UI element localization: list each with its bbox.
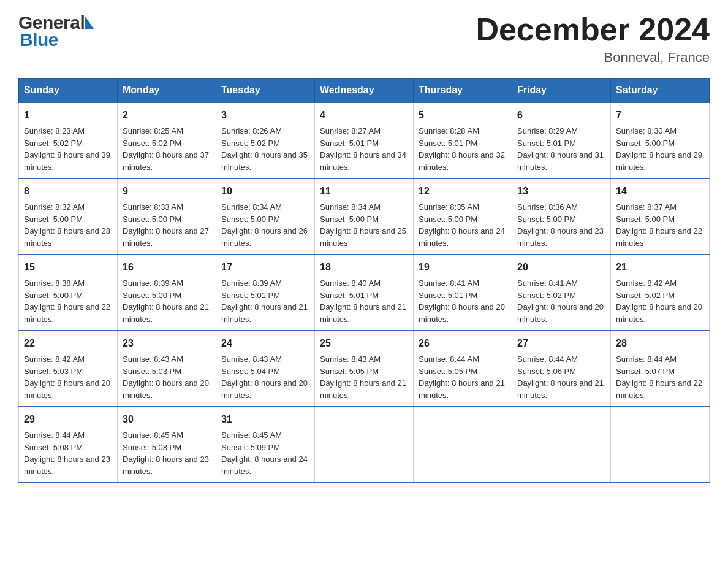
day-number: 7 <box>616 108 704 123</box>
day-number: 15 <box>24 260 112 275</box>
day-number: 30 <box>123 412 211 427</box>
day-number: 6 <box>517 108 605 123</box>
day-number: 27 <box>517 336 605 351</box>
day-number: 3 <box>221 108 309 123</box>
sunset-label: Sunset: 5:08 PM <box>24 443 83 452</box>
sunrise-label: Sunrise: 8:42 AM <box>24 354 85 364</box>
day-number: 11 <box>320 184 408 199</box>
calendar-cell: 29 Sunrise: 8:44 AM Sunset: 5:08 PM Dayl… <box>19 407 118 483</box>
calendar-week-row: 1 Sunrise: 8:23 AM Sunset: 5:02 PM Dayli… <box>19 102 710 178</box>
sunset-label: Sunset: 5:00 PM <box>24 215 83 224</box>
page-header: General Blue December 2024 Bonneval, Fra… <box>18 12 710 66</box>
sunset-label: Sunset: 5:09 PM <box>221 443 280 452</box>
day-number: 1 <box>24 108 112 123</box>
daylight-label: Daylight: 8 hours and 21 minutes. <box>320 302 406 324</box>
sunrise-label: Sunrise: 8:29 AM <box>517 126 578 136</box>
daylight-label: Daylight: 8 hours and 22 minutes. <box>24 302 110 324</box>
calendar-cell: 7 Sunrise: 8:30 AM Sunset: 5:00 PM Dayli… <box>611 102 710 178</box>
calendar-day-header: Friday <box>512 79 611 103</box>
logo-blue-text: Blue <box>20 29 94 50</box>
calendar-cell: 20 Sunrise: 8:41 AM Sunset: 5:02 PM Dayl… <box>512 255 611 331</box>
daylight-label: Daylight: 8 hours and 32 minutes. <box>419 150 505 172</box>
calendar-day-header: Tuesday <box>216 79 315 103</box>
sunrise-label: Sunrise: 8:45 AM <box>221 431 282 440</box>
sunset-label: Sunset: 5:02 PM <box>517 291 576 300</box>
calendar-cell: 27 Sunrise: 8:44 AM Sunset: 5:06 PM Dayl… <box>512 331 611 407</box>
sunset-label: Sunset: 5:01 PM <box>221 291 280 300</box>
daylight-label: Daylight: 8 hours and 20 minutes. <box>24 378 110 400</box>
sunset-label: Sunset: 5:05 PM <box>419 367 477 376</box>
sunrise-label: Sunrise: 8:43 AM <box>221 354 282 364</box>
daylight-label: Daylight: 8 hours and 20 minutes. <box>517 302 604 324</box>
logo-triangle-icon <box>85 17 94 29</box>
sunset-label: Sunset: 5:02 PM <box>24 139 83 148</box>
daylight-label: Daylight: 8 hours and 21 minutes. <box>123 302 209 324</box>
day-number: 28 <box>616 336 704 351</box>
sunrise-label: Sunrise: 8:44 AM <box>419 354 479 364</box>
sunset-label: Sunset: 5:08 PM <box>123 443 181 452</box>
calendar-cell: 21 Sunrise: 8:42 AM Sunset: 5:02 PM Dayl… <box>611 255 710 331</box>
calendar-header-row: SundayMondayTuesdayWednesdayThursdayFrid… <box>19 79 710 103</box>
day-number: 19 <box>419 260 507 275</box>
sunset-label: Sunset: 5:01 PM <box>320 139 379 148</box>
day-number: 9 <box>123 184 211 199</box>
daylight-label: Daylight: 8 hours and 27 minutes. <box>123 226 209 248</box>
calendar-cell: 8 Sunrise: 8:32 AM Sunset: 5:00 PM Dayli… <box>19 178 118 255</box>
title-block: December 2024 Bonneval, France <box>476 12 710 66</box>
day-number: 14 <box>616 184 704 199</box>
day-number: 10 <box>221 184 309 199</box>
sunset-label: Sunset: 5:00 PM <box>517 215 576 224</box>
daylight-label: Daylight: 8 hours and 23 minutes. <box>123 454 209 476</box>
daylight-label: Daylight: 8 hours and 26 minutes. <box>221 226 308 248</box>
calendar-cell: 18 Sunrise: 8:40 AM Sunset: 5:01 PM Dayl… <box>315 255 414 331</box>
sunrise-label: Sunrise: 8:41 AM <box>419 278 479 288</box>
calendar-cell: 6 Sunrise: 8:29 AM Sunset: 5:01 PM Dayli… <box>512 102 611 178</box>
day-number: 16 <box>123 260 211 275</box>
logo: General Blue <box>18 12 94 50</box>
calendar-cell: 31 Sunrise: 8:45 AM Sunset: 5:09 PM Dayl… <box>216 407 315 483</box>
day-number: 17 <box>221 260 309 275</box>
daylight-label: Daylight: 8 hours and 28 minutes. <box>24 226 110 248</box>
sunrise-label: Sunrise: 8:25 AM <box>123 126 183 136</box>
daylight-label: Daylight: 8 hours and 21 minutes. <box>419 378 505 400</box>
calendar-cell: 13 Sunrise: 8:36 AM Sunset: 5:00 PM Dayl… <box>512 178 611 255</box>
sunrise-label: Sunrise: 8:30 AM <box>616 126 677 136</box>
calendar-cell: 15 Sunrise: 8:38 AM Sunset: 5:00 PM Dayl… <box>19 255 118 331</box>
sunrise-label: Sunrise: 8:23 AM <box>24 126 85 136</box>
sunrise-label: Sunrise: 8:32 AM <box>24 202 85 212</box>
calendar-cell: 26 Sunrise: 8:44 AM Sunset: 5:05 PM Dayl… <box>414 331 512 407</box>
sunrise-label: Sunrise: 8:44 AM <box>24 431 85 440</box>
sunset-label: Sunset: 5:00 PM <box>123 291 181 300</box>
day-number: 12 <box>419 184 507 199</box>
sunrise-label: Sunrise: 8:43 AM <box>123 354 183 364</box>
calendar-cell: 4 Sunrise: 8:27 AM Sunset: 5:01 PM Dayli… <box>315 102 414 178</box>
sunset-label: Sunset: 5:01 PM <box>419 139 477 148</box>
calendar-week-row: 8 Sunrise: 8:32 AM Sunset: 5:00 PM Dayli… <box>19 178 710 255</box>
daylight-label: Daylight: 8 hours and 29 minutes. <box>616 150 702 172</box>
calendar-cell: 23 Sunrise: 8:43 AM Sunset: 5:03 PM Dayl… <box>118 331 216 407</box>
sunset-label: Sunset: 5:03 PM <box>24 367 83 376</box>
sunset-label: Sunset: 5:00 PM <box>320 215 379 224</box>
calendar-cell: 25 Sunrise: 8:43 AM Sunset: 5:05 PM Dayl… <box>315 331 414 407</box>
daylight-label: Daylight: 8 hours and 20 minutes. <box>123 378 209 400</box>
calendar-day-header: Monday <box>118 79 216 103</box>
calendar-cell: 24 Sunrise: 8:43 AM Sunset: 5:04 PM Dayl… <box>216 331 315 407</box>
day-number: 31 <box>221 412 309 427</box>
daylight-label: Daylight: 8 hours and 20 minutes. <box>221 378 308 400</box>
daylight-label: Daylight: 8 hours and 25 minutes. <box>320 226 406 248</box>
sunrise-label: Sunrise: 8:26 AM <box>221 126 282 136</box>
daylight-label: Daylight: 8 hours and 20 minutes. <box>419 302 505 324</box>
month-title: December 2024 <box>476 12 710 47</box>
day-number: 18 <box>320 260 408 275</box>
daylight-label: Daylight: 8 hours and 24 minutes. <box>221 454 308 476</box>
sunrise-label: Sunrise: 8:39 AM <box>123 278 183 288</box>
day-number: 22 <box>24 336 112 351</box>
calendar-cell <box>512 407 611 483</box>
calendar-cell <box>315 407 414 483</box>
sunset-label: Sunset: 5:00 PM <box>221 215 280 224</box>
daylight-label: Daylight: 8 hours and 23 minutes. <box>517 226 604 248</box>
sunrise-label: Sunrise: 8:41 AM <box>517 278 578 288</box>
calendar-cell: 5 Sunrise: 8:28 AM Sunset: 5:01 PM Dayli… <box>414 102 512 178</box>
daylight-label: Daylight: 8 hours and 21 minutes. <box>517 378 604 400</box>
sunset-label: Sunset: 5:02 PM <box>616 291 675 300</box>
